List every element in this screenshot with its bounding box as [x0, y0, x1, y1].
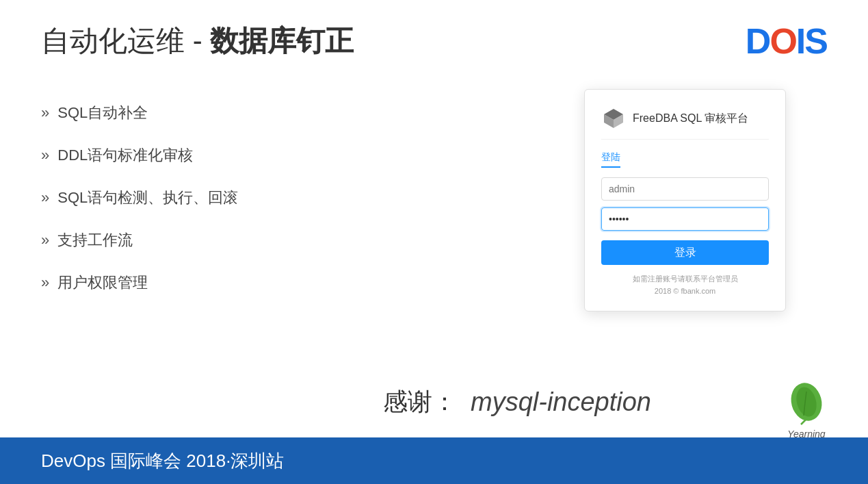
login-tab[interactable]: 登陆 — [601, 151, 620, 168]
yearning-logo: Yearning — [786, 378, 827, 440]
page-title: 自动化运维 - 数据库钉正 — [41, 22, 354, 60]
card-footer: 如需注册账号请联系平台管理员 2018 © fbank.com — [601, 273, 769, 297]
login-button[interactable]: 登录 — [601, 240, 769, 265]
slide: 自动化运维 - 数据库钉正 DOIS SQL自动补全 DDL语句标准化审核 SQ… — [0, 0, 868, 484]
header: 自动化运维 - 数据库钉正 DOIS — [41, 21, 827, 62]
login-card: FreeDBA SQL 审核平台 登陆 登录 如需注册账号请联系平台管理员 20… — [584, 89, 786, 311]
database-icon — [601, 106, 626, 131]
list-item: SQL自动补全 — [41, 103, 238, 123]
dois-logo: DOIS — [746, 21, 827, 62]
leaf-icon — [786, 378, 827, 426]
project-name: mysql-inception — [471, 387, 651, 417]
footer-bar: DevOps 国际峰会 2018·深圳站 — [0, 437, 868, 484]
title-normal: 自动化运维 - — [41, 25, 210, 57]
footer-text: DevOps 国际峰会 2018·深圳站 — [41, 449, 284, 473]
thanks-label: 感谢： — [383, 385, 457, 419]
thanks-section: 感谢： mysql-inception — [383, 385, 651, 419]
list-item: DDL语句标准化审核 — [41, 145, 238, 166]
list-item: SQL语句检测、执行、回滚 — [41, 188, 238, 208]
title-bold: 数据库钉正 — [210, 25, 354, 57]
card-header: FreeDBA SQL 审核平台 — [601, 106, 769, 140]
card-title: FreeDBA SQL 审核平台 — [633, 112, 748, 126]
list-item: 用户权限管理 — [41, 272, 238, 293]
feature-list: SQL自动补全 DDL语句标准化审核 SQL语句检测、执行、回滚 支持工作流 用… — [41, 103, 238, 293]
list-item: 支持工作流 — [41, 230, 238, 251]
username-input[interactable] — [601, 177, 769, 201]
password-input[interactable] — [601, 207, 769, 231]
